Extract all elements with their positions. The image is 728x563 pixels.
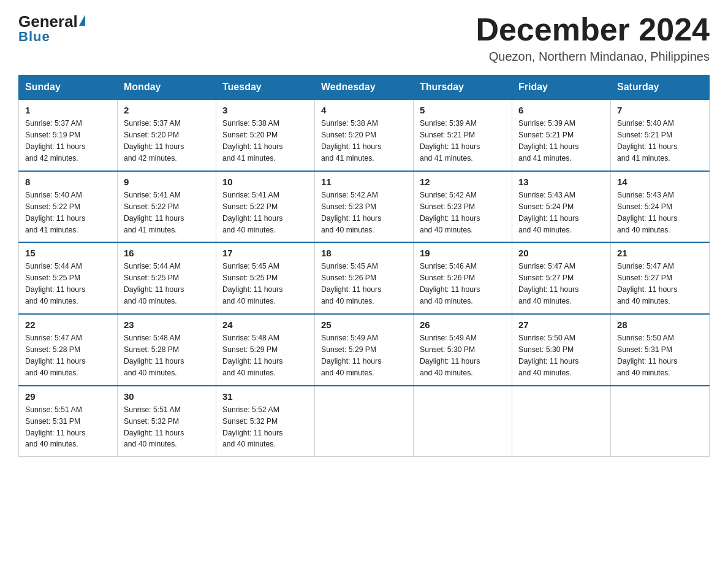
col-friday: Friday bbox=[512, 75, 611, 100]
week-row-1: 1 Sunrise: 5:37 AMSunset: 5:19 PMDayligh… bbox=[19, 99, 710, 171]
day-number: 18 bbox=[321, 248, 407, 258]
day-info: Sunrise: 5:37 AMSunset: 5:19 PMDaylight:… bbox=[25, 119, 85, 163]
table-row: 23 Sunrise: 5:48 AMSunset: 5:28 PMDaylig… bbox=[118, 314, 216, 386]
table-row: 1 Sunrise: 5:37 AMSunset: 5:19 PMDayligh… bbox=[19, 99, 118, 171]
header: General Blue December 2024 Quezon, North… bbox=[18, 12, 710, 64]
day-number: 16 bbox=[124, 248, 210, 258]
day-info: Sunrise: 5:47 AMSunset: 5:28 PMDaylight:… bbox=[25, 334, 85, 377]
day-info: Sunrise: 5:49 AMSunset: 5:30 PMDaylight:… bbox=[420, 334, 480, 377]
table-row bbox=[315, 386, 414, 457]
day-info: Sunrise: 5:37 AMSunset: 5:20 PMDaylight:… bbox=[124, 119, 184, 163]
table-row: 21 Sunrise: 5:47 AMSunset: 5:27 PMDaylig… bbox=[611, 242, 710, 314]
day-number: 20 bbox=[518, 248, 604, 258]
day-number: 12 bbox=[420, 177, 506, 187]
day-info: Sunrise: 5:50 AMSunset: 5:30 PMDaylight:… bbox=[518, 334, 578, 377]
logo-triangle-icon bbox=[79, 15, 85, 26]
day-number: 27 bbox=[518, 320, 604, 330]
table-row: 18 Sunrise: 5:45 AMSunset: 5:26 PMDaylig… bbox=[315, 242, 414, 314]
table-row: 4 Sunrise: 5:38 AMSunset: 5:20 PMDayligh… bbox=[315, 99, 414, 171]
day-number: 23 bbox=[124, 320, 210, 330]
table-row: 29 Sunrise: 5:51 AMSunset: 5:31 PMDaylig… bbox=[19, 386, 118, 457]
table-row: 20 Sunrise: 5:47 AMSunset: 5:27 PMDaylig… bbox=[512, 242, 611, 314]
table-row: 11 Sunrise: 5:42 AMSunset: 5:23 PMDaylig… bbox=[315, 171, 414, 243]
day-info: Sunrise: 5:52 AMSunset: 5:32 PMDaylight:… bbox=[222, 405, 282, 449]
day-number: 15 bbox=[25, 248, 111, 258]
table-row: 28 Sunrise: 5:50 AMSunset: 5:31 PMDaylig… bbox=[611, 314, 710, 386]
logo-blue: Blue bbox=[18, 29, 50, 45]
day-number: 7 bbox=[617, 105, 703, 115]
table-row: 26 Sunrise: 5:49 AMSunset: 5:30 PMDaylig… bbox=[414, 314, 512, 386]
col-wednesday: Wednesday bbox=[315, 75, 414, 100]
day-number: 1 bbox=[25, 105, 111, 115]
table-row: 3 Sunrise: 5:38 AMSunset: 5:20 PMDayligh… bbox=[216, 99, 315, 171]
day-info: Sunrise: 5:38 AMSunset: 5:20 PMDaylight:… bbox=[321, 119, 381, 163]
day-number: 4 bbox=[321, 105, 407, 115]
day-info: Sunrise: 5:50 AMSunset: 5:31 PMDaylight:… bbox=[617, 334, 677, 377]
day-info: Sunrise: 5:51 AMSunset: 5:32 PMDaylight:… bbox=[124, 405, 184, 449]
table-row: 15 Sunrise: 5:44 AMSunset: 5:25 PMDaylig… bbox=[19, 242, 118, 314]
day-number: 30 bbox=[124, 391, 210, 402]
day-number: 25 bbox=[321, 320, 407, 330]
table-row: 27 Sunrise: 5:50 AMSunset: 5:30 PMDaylig… bbox=[512, 314, 611, 386]
calendar-title: December 2024 bbox=[476, 12, 710, 47]
table-row: 25 Sunrise: 5:49 AMSunset: 5:29 PMDaylig… bbox=[315, 314, 414, 386]
day-info: Sunrise: 5:39 AMSunset: 5:21 PMDaylight:… bbox=[420, 119, 480, 163]
day-number: 29 bbox=[25, 391, 111, 402]
day-info: Sunrise: 5:40 AMSunset: 5:21 PMDaylight:… bbox=[617, 119, 677, 163]
day-info: Sunrise: 5:40 AMSunset: 5:22 PMDaylight:… bbox=[25, 191, 85, 234]
table-row: 6 Sunrise: 5:39 AMSunset: 5:21 PMDayligh… bbox=[512, 99, 611, 171]
table-row: 30 Sunrise: 5:51 AMSunset: 5:32 PMDaylig… bbox=[118, 386, 216, 457]
table-row: 2 Sunrise: 5:37 AMSunset: 5:20 PMDayligh… bbox=[118, 99, 216, 171]
table-row bbox=[512, 386, 611, 457]
table-row: 31 Sunrise: 5:52 AMSunset: 5:32 PMDaylig… bbox=[216, 386, 315, 457]
calendar-subtitle: Quezon, Northern Mindanao, Philippines bbox=[476, 50, 710, 64]
header-row: Sunday Monday Tuesday Wednesday Thursday… bbox=[19, 75, 710, 100]
table-row: 9 Sunrise: 5:41 AMSunset: 5:22 PMDayligh… bbox=[118, 171, 216, 243]
day-info: Sunrise: 5:44 AMSunset: 5:25 PMDaylight:… bbox=[25, 262, 85, 305]
day-info: Sunrise: 5:39 AMSunset: 5:21 PMDaylight:… bbox=[518, 119, 578, 163]
col-sunday: Sunday bbox=[19, 75, 118, 100]
day-info: Sunrise: 5:42 AMSunset: 5:23 PMDaylight:… bbox=[321, 191, 381, 234]
week-row-5: 29 Sunrise: 5:51 AMSunset: 5:31 PMDaylig… bbox=[19, 386, 710, 457]
col-monday: Monday bbox=[118, 75, 216, 100]
table-row: 8 Sunrise: 5:40 AMSunset: 5:22 PMDayligh… bbox=[19, 171, 118, 243]
day-number: 24 bbox=[222, 320, 308, 330]
day-info: Sunrise: 5:45 AMSunset: 5:25 PMDaylight:… bbox=[222, 262, 282, 305]
day-number: 22 bbox=[25, 320, 111, 330]
day-info: Sunrise: 5:51 AMSunset: 5:31 PMDaylight:… bbox=[25, 405, 85, 449]
day-info: Sunrise: 5:42 AMSunset: 5:23 PMDaylight:… bbox=[420, 191, 480, 234]
table-row: 22 Sunrise: 5:47 AMSunset: 5:28 PMDaylig… bbox=[19, 314, 118, 386]
table-row: 14 Sunrise: 5:43 AMSunset: 5:24 PMDaylig… bbox=[611, 171, 710, 243]
day-info: Sunrise: 5:47 AMSunset: 5:27 PMDaylight:… bbox=[617, 262, 677, 305]
day-number: 31 bbox=[222, 391, 308, 402]
day-info: Sunrise: 5:38 AMSunset: 5:20 PMDaylight:… bbox=[222, 119, 282, 163]
week-row-4: 22 Sunrise: 5:47 AMSunset: 5:28 PMDaylig… bbox=[19, 314, 710, 386]
day-info: Sunrise: 5:48 AMSunset: 5:28 PMDaylight:… bbox=[124, 334, 184, 377]
table-row: 24 Sunrise: 5:48 AMSunset: 5:29 PMDaylig… bbox=[216, 314, 315, 386]
day-number: 9 bbox=[124, 177, 210, 187]
week-row-2: 8 Sunrise: 5:40 AMSunset: 5:22 PMDayligh… bbox=[19, 171, 710, 243]
day-number: 17 bbox=[222, 248, 308, 258]
table-row bbox=[414, 386, 512, 457]
title-area: December 2024 Quezon, Northern Mindanao,… bbox=[476, 12, 710, 64]
day-info: Sunrise: 5:45 AMSunset: 5:26 PMDaylight:… bbox=[321, 262, 381, 305]
col-saturday: Saturday bbox=[611, 75, 710, 100]
day-number: 21 bbox=[617, 248, 703, 258]
table-row bbox=[611, 386, 710, 457]
day-info: Sunrise: 5:49 AMSunset: 5:29 PMDaylight:… bbox=[321, 334, 381, 377]
day-number: 19 bbox=[420, 248, 506, 258]
table-row: 7 Sunrise: 5:40 AMSunset: 5:21 PMDayligh… bbox=[611, 99, 710, 171]
table-row: 13 Sunrise: 5:43 AMSunset: 5:24 PMDaylig… bbox=[512, 171, 611, 243]
logo: General Blue bbox=[18, 12, 85, 45]
day-number: 3 bbox=[222, 105, 308, 115]
day-info: Sunrise: 5:43 AMSunset: 5:24 PMDaylight:… bbox=[518, 191, 578, 234]
table-row: 5 Sunrise: 5:39 AMSunset: 5:21 PMDayligh… bbox=[414, 99, 512, 171]
table-row: 19 Sunrise: 5:46 AMSunset: 5:26 PMDaylig… bbox=[414, 242, 512, 314]
table-row: 17 Sunrise: 5:45 AMSunset: 5:25 PMDaylig… bbox=[216, 242, 315, 314]
day-number: 8 bbox=[25, 177, 111, 187]
day-number: 13 bbox=[518, 177, 604, 187]
week-row-3: 15 Sunrise: 5:44 AMSunset: 5:25 PMDaylig… bbox=[19, 242, 710, 314]
day-number: 26 bbox=[420, 320, 506, 330]
calendar-table: Sunday Monday Tuesday Wednesday Thursday… bbox=[18, 75, 710, 457]
day-info: Sunrise: 5:41 AMSunset: 5:22 PMDaylight:… bbox=[222, 191, 282, 234]
